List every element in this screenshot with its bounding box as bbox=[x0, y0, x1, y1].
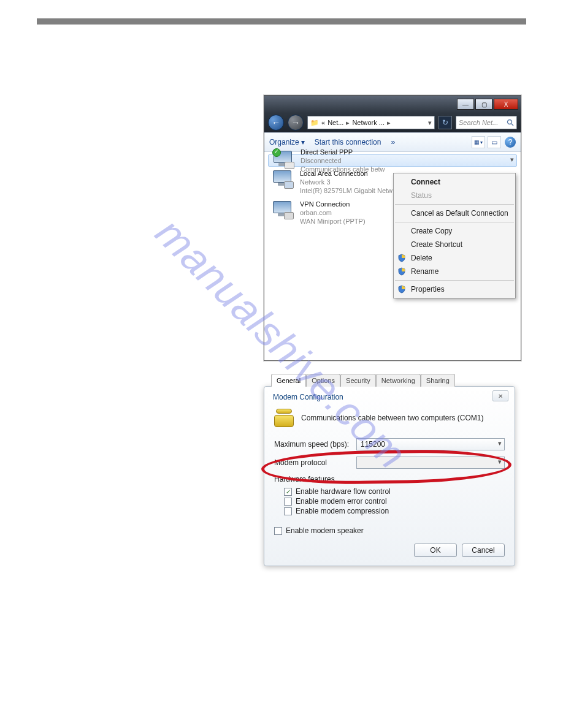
speaker-label: Enable modem speaker bbox=[286, 526, 364, 535]
menu-properties-label: Properties bbox=[411, 285, 445, 294]
hw-flow-row[interactable]: ✓ Enable hardware flow control bbox=[284, 487, 505, 496]
dialog-close-button[interactable]: ✕ bbox=[492, 390, 508, 401]
nic-icon bbox=[284, 181, 294, 189]
menu-rename[interactable]: Rename bbox=[394, 265, 515, 278]
menu-status: Status bbox=[394, 189, 515, 202]
preview-pane-button[interactable]: ▭ bbox=[488, 136, 501, 148]
menu-create-copy[interactable]: Create Copy bbox=[394, 224, 515, 238]
dialog-buttons: OK Cancel bbox=[274, 544, 505, 557]
refresh-button[interactable]: ↻ bbox=[439, 116, 452, 129]
dialog-title-text: Modem Configuration bbox=[273, 393, 343, 401]
checkbox-checked-icon[interactable]: ✓ bbox=[284, 488, 292, 496]
start-connection-button[interactable]: Start this connection bbox=[315, 138, 381, 146]
checkbox-icon[interactable] bbox=[284, 507, 292, 515]
menu-delete[interactable]: Delete bbox=[394, 251, 515, 265]
path-prefix: « bbox=[321, 119, 325, 126]
menu-rename-label: Rename bbox=[411, 267, 439, 276]
svg-line-1 bbox=[511, 124, 513, 126]
address-bar[interactable]: 📁 « Net... ▸ Network ... ▸ ▾ bbox=[307, 116, 435, 129]
view-mode-button[interactable]: ▦▾ bbox=[472, 136, 485, 148]
close-button[interactable]: X bbox=[494, 99, 518, 110]
context-menu: Connect Status Cancel as Default Connect… bbox=[393, 173, 516, 298]
hw-flow-label: Enable hardware flow control bbox=[296, 487, 391, 496]
tab-security[interactable]: Security bbox=[340, 374, 376, 387]
path-sep-icon: ▸ bbox=[346, 119, 350, 127]
maximize-button[interactable]: ▢ bbox=[475, 99, 492, 110]
menu-connect[interactable]: Connect bbox=[394, 175, 515, 189]
search-input[interactable]: Search Net... bbox=[456, 116, 517, 129]
device-row: Communications cable between two compute… bbox=[274, 409, 505, 427]
properties-tabs: General Options Security Networking Shar… bbox=[271, 373, 515, 386]
menu-separator bbox=[395, 204, 514, 205]
modem-icon bbox=[285, 162, 294, 169]
connections-list: Direct Serial PPP Disconnected Communica… bbox=[264, 152, 521, 360]
search-placeholder: Search Net... bbox=[459, 119, 498, 126]
hw-comp-label: Enable modem compression bbox=[296, 507, 389, 515]
svg-point-0 bbox=[508, 120, 512, 124]
shield-icon bbox=[397, 267, 406, 276]
page-top-rule bbox=[37, 18, 526, 25]
menu-separator bbox=[395, 222, 514, 222]
menu-separator bbox=[395, 280, 514, 281]
cancel-button[interactable]: Cancel bbox=[462, 544, 505, 557]
tab-general[interactable]: General bbox=[271, 374, 306, 387]
modem-protocol-select bbox=[356, 457, 505, 469]
shield-icon bbox=[397, 285, 406, 294]
back-button[interactable]: ← bbox=[268, 115, 284, 131]
dropdown-caret-icon[interactable]: ▾ bbox=[428, 119, 432, 127]
modem-config-window: General Options Security Networking Shar… bbox=[264, 373, 515, 566]
network-connections-window: — ▢ X ← → 📁 « Net... ▸ Network ... ▸ ▾ ↻… bbox=[264, 95, 521, 361]
connection-device: Communications cable betw bbox=[301, 165, 385, 173]
hw-err-label: Enable modem error control bbox=[296, 497, 387, 506]
search-icon bbox=[507, 119, 514, 126]
forward-button[interactable]: → bbox=[288, 115, 304, 131]
titlebar: — ▢ X bbox=[264, 96, 521, 113]
max-speed-row: Maximum speed (bps): 115200 bbox=[274, 438, 505, 450]
path-segment[interactable]: Network ... bbox=[352, 119, 385, 126]
minimize-button[interactable]: — bbox=[457, 99, 474, 110]
checkbox-icon[interactable] bbox=[274, 527, 282, 535]
hardware-features-group: Hardware features ✓ Enable hardware flow… bbox=[274, 475, 505, 515]
menu-cancel-default[interactable]: Cancel as Default Connection bbox=[394, 207, 515, 220]
connection-item-direct-serial[interactable]: Direct Serial PPP Disconnected Communica… bbox=[268, 154, 517, 167]
toolbar-overflow[interactable]: » bbox=[391, 138, 395, 146]
help-button[interactable]: ? bbox=[505, 137, 516, 148]
connection-icon bbox=[273, 169, 295, 191]
folder-icon: 📁 bbox=[310, 119, 319, 127]
connection-icon bbox=[274, 150, 296, 172]
menu-properties[interactable]: Properties bbox=[394, 282, 515, 296]
explorer-navbar: ← → 📁 « Net... ▸ Network ... ▸ ▾ ↻ Searc… bbox=[264, 113, 521, 132]
max-speed-select[interactable]: 115200 bbox=[356, 438, 505, 450]
modem-protocol-label: Modem protocol bbox=[274, 458, 351, 467]
hw-err-row[interactable]: Enable modem error control bbox=[284, 497, 505, 506]
modem-phone-icon bbox=[274, 409, 295, 427]
organize-menu[interactable]: Organize ▾ bbox=[269, 138, 305, 146]
hw-comp-row[interactable]: Enable modem compression bbox=[284, 507, 505, 515]
checkbox-icon[interactable] bbox=[284, 498, 292, 506]
tab-options[interactable]: Options bbox=[306, 374, 340, 387]
connection-status: Disconnected bbox=[301, 156, 385, 165]
path-sep-icon: ▸ bbox=[387, 119, 391, 127]
modem-protocol-row: Modem protocol bbox=[274, 457, 505, 469]
hardware-features-title: Hardware features bbox=[274, 475, 505, 483]
connection-icon bbox=[273, 200, 295, 222]
speaker-row[interactable]: Enable modem speaker bbox=[274, 526, 505, 535]
connection-status: Network 3 bbox=[300, 178, 393, 186]
max-speed-label: Maximum speed (bps): bbox=[274, 440, 351, 449]
dialog-title: Modem Configuration ✕ bbox=[264, 387, 515, 405]
menu-create-shortcut[interactable]: Create Shortcut bbox=[394, 238, 515, 251]
tab-sharing[interactable]: Sharing bbox=[421, 374, 455, 387]
status-ok-icon bbox=[272, 148, 281, 157]
connection-device: Intel(R) 82579LM Gigabit Netw bbox=[300, 186, 393, 195]
ok-button[interactable]: OK bbox=[414, 544, 457, 557]
connection-status: orban.com bbox=[300, 208, 366, 217]
caret-down-icon: ▾ bbox=[301, 138, 305, 146]
connection-device: WAN Miniport (PPTP) bbox=[300, 217, 366, 226]
organize-label: Organize bbox=[269, 138, 299, 146]
menu-delete-label: Delete bbox=[411, 254, 432, 262]
connection-name: Direct Serial PPP bbox=[301, 148, 385, 156]
path-segment[interactable]: Net... bbox=[327, 119, 343, 126]
tab-networking[interactable]: Networking bbox=[376, 374, 421, 387]
device-name: Communications cable between two compute… bbox=[301, 414, 483, 422]
modem-config-dialog: Modem Configuration ✕ Communications cab… bbox=[264, 386, 515, 566]
